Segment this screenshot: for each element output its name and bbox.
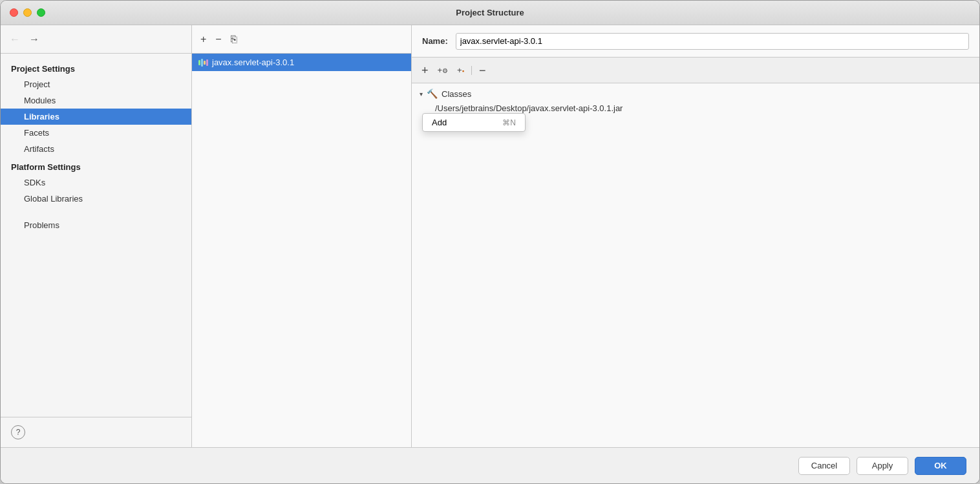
traffic-lights <box>10 8 45 17</box>
shortcut-label: ⌘N <box>502 118 516 127</box>
right-header: Name: <box>412 25 979 58</box>
forward-button[interactable]: → <box>27 32 42 47</box>
add-config-button[interactable]: +⚙ <box>434 65 452 76</box>
classes-row: ▾ 🔨 Classes <box>412 86 979 101</box>
sidebar-item-global-libraries[interactable]: Global Libraries <box>1 191 191 207</box>
main-content: ← → Project Settings Project Modules Lib… <box>1 25 979 447</box>
library-name: javax.servlet-api-3.0.1 <box>212 58 294 67</box>
bar1 <box>198 60 200 65</box>
platform-settings-header: Platform Settings <box>1 160 191 174</box>
add-dropdown-item[interactable]: Add ⌘N <box>423 114 525 131</box>
sidebar-item-modules[interactable]: Modules <box>1 92 191 109</box>
classes-label: Classes <box>442 89 471 99</box>
back-button[interactable]: ← <box>7 32 23 47</box>
maximize-button[interactable] <box>37 8 45 17</box>
bar3 <box>204 61 206 65</box>
apply-button[interactable]: Apply <box>857 457 908 475</box>
bar4 <box>206 59 208 66</box>
remove-entry-button[interactable]: − <box>476 63 489 78</box>
library-icon <box>198 59 208 67</box>
chevron-icon[interactable]: ▾ <box>420 90 423 98</box>
sidebar-item-artifacts[interactable]: Artifacts <box>1 141 191 157</box>
window-title: Project Structure <box>456 8 524 17</box>
add-label: Add <box>432 118 447 127</box>
library-item[interactable]: javax.servlet-api-3.0.1 <box>192 54 411 71</box>
help-button[interactable]: ? <box>11 425 25 439</box>
ok-button[interactable]: OK <box>915 457 966 475</box>
right-content: ▾ 🔨 Classes /Users/jetbrains/Desktop/jav… <box>412 83 979 447</box>
path-value: /Users/jetbrains/Desktop/javax.servlet-a… <box>435 103 623 113</box>
add-entry-button[interactable]: + <box>418 63 432 78</box>
sidebar-footer: ? <box>1 417 191 447</box>
minimize-button[interactable] <box>23 8 32 17</box>
bottom-bar: Cancel Apply OK <box>1 447 979 483</box>
sidebar-nav: ← → <box>1 25 191 54</box>
center-panel: + − ⎘ javax.servlet-api-3.0.1 <box>192 25 412 447</box>
center-toolbar: + − ⎘ <box>192 25 411 54</box>
title-bar: Project Structure <box>1 1 979 25</box>
name-label: Name: <box>422 36 448 46</box>
sidebar-item-libraries[interactable]: Libraries <box>1 109 191 125</box>
sidebar-item-facets[interactable]: Facets <box>1 125 191 141</box>
remove-library-button[interactable]: − <box>212 33 224 46</box>
dropdown-menu: Add ⌘N <box>422 113 526 132</box>
library-list: javax.servlet-api-3.0.1 <box>192 54 411 447</box>
sidebar-item-problems[interactable]: Problems <box>1 217 191 233</box>
sidebar-item-project[interactable]: Project <box>1 76 191 92</box>
copy-library-button[interactable]: ⎘ <box>228 33 240 46</box>
sidebar-tree: Project Settings Project Modules Librari… <box>1 54 191 417</box>
right-panel: Name: + +⚙ +▪ − ▾ 🔨 Class <box>412 25 979 447</box>
add-library-button[interactable]: + <box>197 33 209 46</box>
toolbar-separator <box>471 66 472 75</box>
hammer-icon: 🔨 <box>427 89 438 99</box>
cancel-button[interactable]: Cancel <box>798 457 850 475</box>
bar2 <box>201 59 203 67</box>
close-button[interactable] <box>10 8 18 17</box>
sidebar: ← → Project Settings Project Modules Lib… <box>1 25 192 447</box>
project-settings-header: Project Settings <box>1 61 191 76</box>
project-structure-window: Project Structure ← → Project Settings P… <box>0 0 980 484</box>
sidebar-item-sdks[interactable]: SDKs <box>1 174 191 191</box>
add-alt-button[interactable]: +▪ <box>454 65 467 76</box>
right-toolbar: + +⚙ +▪ − <box>412 58 979 83</box>
name-input[interactable] <box>456 33 969 50</box>
